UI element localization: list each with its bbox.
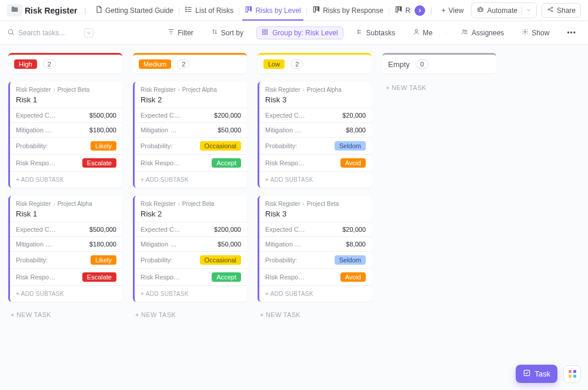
field-label: Risk Respo… xyxy=(16,274,55,281)
field-mitigation-cost: Mitigation …$180,000 xyxy=(10,122,122,137)
automate-label: Automate xyxy=(487,6,517,15)
field-label: Risk Respo… xyxy=(16,159,55,166)
card-title: Risk 2 xyxy=(141,209,241,218)
svg-rect-3 xyxy=(246,6,248,12)
field-label: Probability: xyxy=(265,256,297,264)
person-icon xyxy=(413,28,420,37)
folder-chip[interactable] xyxy=(7,4,22,16)
field-label: Probability: xyxy=(141,256,172,264)
tab-list-of-risks[interactable]: List of Risks xyxy=(180,0,238,21)
add-subtask-button[interactable]: + ADD SUBTASK xyxy=(135,285,247,302)
svg-rect-4 xyxy=(249,6,250,10)
risk-card[interactable]: Risk Register›Project BetaRisk 1Expected… xyxy=(8,82,122,188)
svg-rect-23 xyxy=(265,29,267,31)
column-high: High2Risk Register›Project BetaRisk 1Exp… xyxy=(8,53,122,390)
breadcrumb: Risk Register›Project Alpha xyxy=(265,86,366,93)
tab-icon xyxy=(95,5,103,15)
field-value: $200,000 xyxy=(209,112,241,119)
search[interactable] xyxy=(7,28,93,38)
subtasks-icon xyxy=(356,28,363,37)
automate-button[interactable]: Automate xyxy=(471,2,537,18)
response-tag: Avoid xyxy=(340,272,366,282)
level-pill: High xyxy=(14,59,37,69)
field-risk-response: Risk Respo…Accept xyxy=(135,268,247,285)
response-tag: Avoid xyxy=(340,158,366,168)
risk-card[interactable]: Risk Register›Project AlphaRisk 2Expecte… xyxy=(133,82,247,188)
column-header[interactable]: High2 xyxy=(8,53,122,74)
field-label: Expected C… xyxy=(265,226,305,233)
risk-card[interactable]: Risk Register›Project BetaRisk 2Expected… xyxy=(133,196,247,302)
add-subtask-button[interactable]: + ADD SUBTASK xyxy=(135,171,247,188)
field-value: $200,000 xyxy=(209,226,241,233)
search-input[interactable] xyxy=(18,29,77,37)
risk-card[interactable]: Risk Register›Project AlphaRisk 3Expecte… xyxy=(258,82,372,188)
more-actions-button[interactable]: ••• xyxy=(562,26,581,39)
filter-button[interactable]: Filter xyxy=(163,26,198,39)
new-task-button[interactable]: + NEW TASK xyxy=(382,82,496,94)
more-views-button[interactable] xyxy=(415,5,425,16)
add-subtask-button[interactable]: + ADD SUBTASK xyxy=(259,171,372,188)
field-label: Risk Respo… xyxy=(265,274,305,281)
response-tag: Accept xyxy=(212,272,241,282)
me-label: Me xyxy=(423,29,433,37)
card-title: Risk 3 xyxy=(265,95,366,104)
add-subtask-button[interactable]: + ADD SUBTASK xyxy=(10,285,122,302)
tab-getting-started-guide[interactable]: Getting Started Guide xyxy=(90,0,178,21)
add-view-button[interactable]: + View xyxy=(437,4,469,17)
tab-icon xyxy=(312,5,320,15)
probability-tag: Seldom xyxy=(335,141,366,151)
floating-actions: Task xyxy=(516,365,581,383)
tab-icon xyxy=(395,5,403,15)
field-expected-cost: Expected C…$500,000 xyxy=(10,222,122,236)
svg-point-17 xyxy=(481,9,482,10)
risk-card[interactable]: Risk Register›Project AlphaRisk 1Expecte… xyxy=(8,196,122,302)
field-value: $50,000 xyxy=(213,241,241,248)
field-expected-cost: Expected C…$20,000 xyxy=(259,108,372,122)
apps-fab[interactable] xyxy=(563,365,581,383)
column-header[interactable]: Empty0 xyxy=(382,53,496,74)
task-fab-label: Task xyxy=(534,369,550,378)
subtasks-button[interactable]: Subtasks xyxy=(352,26,400,39)
new-task-button[interactable]: + NEW TASK xyxy=(8,310,122,319)
field-value: $8,000 xyxy=(341,126,366,134)
column-medium: Medium2Risk Register›Project AlphaRisk 2… xyxy=(133,53,247,390)
field-label: Risk Respo… xyxy=(141,274,180,281)
response-tag: Escalate xyxy=(82,272,116,282)
apps-icon xyxy=(569,370,576,378)
probability-tag: Occasional xyxy=(200,255,241,265)
new-task-button[interactable]: + NEW TASK xyxy=(258,310,372,319)
add-subtask-button[interactable]: + ADD SUBTASK xyxy=(259,285,372,302)
column-header[interactable]: Low2 xyxy=(258,53,372,74)
new-task-fab[interactable]: Task xyxy=(516,365,557,383)
new-task-button[interactable]: + NEW TASK xyxy=(133,310,247,319)
show-button[interactable]: Show xyxy=(517,26,554,39)
add-subtask-button[interactable]: + ADD SUBTASK xyxy=(10,171,122,188)
sort-label: Sort by xyxy=(221,29,243,37)
count-badge: 2 xyxy=(290,59,303,69)
search-options-button[interactable] xyxy=(84,28,93,38)
tab-risks-by-status[interactable]: Risks by Status xyxy=(390,0,411,21)
svg-point-29 xyxy=(524,31,526,33)
field-probability: Probability:Likely xyxy=(10,251,122,268)
me-button[interactable]: Me xyxy=(408,26,437,39)
field-label: Expected C… xyxy=(16,226,56,233)
assignees-button[interactable]: Assignees xyxy=(456,26,509,39)
sort-button[interactable]: Sort by xyxy=(206,26,248,39)
tab-label: Risks by Level xyxy=(255,6,300,15)
field-label: Mitigation … xyxy=(265,241,301,248)
tab-risks-by-response[interactable]: Risks by Response xyxy=(308,0,388,21)
field-probability: Probability:Seldom xyxy=(259,251,372,268)
card-title: Risk 1 xyxy=(16,95,116,104)
svg-point-0 xyxy=(186,7,186,8)
field-probability: Probability:Likely xyxy=(10,137,122,154)
share-button[interactable]: Share xyxy=(542,3,581,18)
tab-risks-by-level[interactable]: Risks by Level xyxy=(240,0,305,21)
show-label: Show xyxy=(532,29,549,37)
risk-card[interactable]: Risk Register›Project BetaRisk 3Expected… xyxy=(258,196,372,302)
add-view-label: View xyxy=(449,6,464,15)
group-label: Group by: Risk Level xyxy=(272,29,338,37)
column-header[interactable]: Medium2 xyxy=(133,53,247,74)
svg-rect-6 xyxy=(314,6,316,12)
field-probability: Probability:Occasional xyxy=(135,137,247,154)
group-by-button[interactable]: Group by: Risk Level xyxy=(256,26,343,39)
